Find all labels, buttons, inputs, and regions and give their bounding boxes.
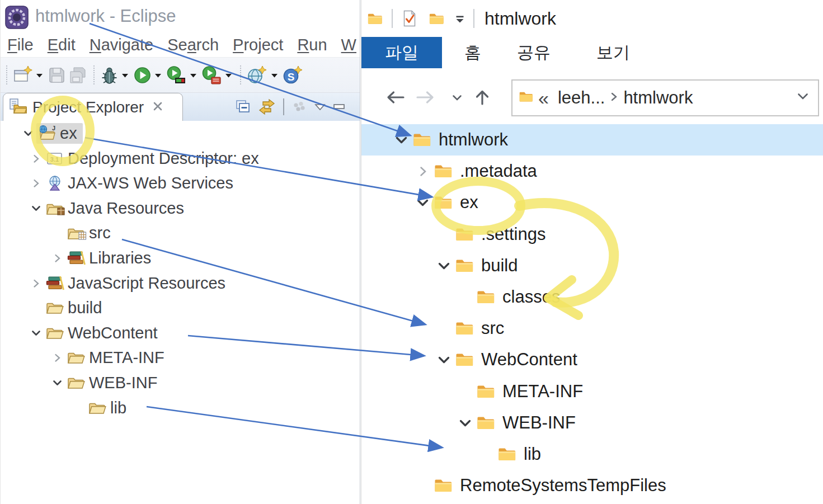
ribbon-tab-view[interactable]: 보기 (590, 37, 637, 68)
ribbon-tab-home[interactable]: 홈 (458, 37, 488, 68)
breadcrumb-parent[interactable]: leeh... (558, 88, 605, 108)
up-button[interactable] (473, 88, 491, 106)
forward-button[interactable] (415, 88, 437, 106)
menu-item-search[interactable]: Search (167, 36, 219, 54)
menu-item-file[interactable]: File (7, 36, 34, 54)
tree-item-label: Deployment Descriptor: ex (68, 149, 259, 168)
run-coverage-button[interactable] (167, 66, 186, 84)
eclipse-tree-item-java-resources[interactable]: Java Resources (27, 196, 190, 220)
check-document-icon[interactable] (401, 10, 418, 27)
project-explorer-icon (9, 98, 27, 117)
debug-button[interactable] (101, 66, 118, 84)
folder-icon (476, 414, 501, 432)
link-with-editor-icon[interactable] (258, 98, 276, 115)
eclipse-tree-item-webcontent[interactable]: WebContent (27, 321, 163, 345)
eclipse-tree-item-lib[interactable]: lib (70, 395, 132, 420)
recent-locations-chevron[interactable] (451, 93, 463, 103)
project-explorer-tab-label: Project Explorer (32, 98, 144, 116)
chevron-down-icon[interactable] (433, 258, 454, 274)
eclipse-tree-item-src[interactable]: src (49, 220, 116, 245)
explorer-tree-item-htmlwork[interactable]: htmlwork (361, 124, 823, 156)
menu-item-w[interactable]: W (341, 36, 356, 54)
dropdown-arrow-icon[interactable] (35, 71, 44, 79)
ribbon-tab-file[interactable]: 파일 (361, 37, 442, 68)
collapse-all-icon[interactable] (234, 99, 251, 115)
chevron-down-icon[interactable] (20, 128, 36, 139)
eclipse-tree-item-javascript-resources[interactable]: JavaScript Resources (27, 271, 231, 295)
eclipse-tree-item-ex[interactable]: Jex (20, 121, 83, 145)
chevron-right-icon[interactable] (49, 352, 65, 363)
eclipse-tree-item-jax-ws-web-services[interactable]: JAX-WS Web Services (27, 171, 239, 195)
folder-icon[interactable] (366, 11, 383, 26)
chevron-right-icon[interactable] (49, 253, 65, 263)
chevron-down-icon[interactable] (412, 195, 433, 210)
chevron-right-icon[interactable] (412, 164, 433, 178)
eclipse-tree-item-web-inf[interactable]: WEB-INF (49, 370, 163, 395)
save-all-button[interactable] (69, 67, 87, 84)
menu-item-run[interactable]: Run (297, 36, 327, 54)
chevron-right-icon[interactable] (609, 91, 619, 105)
profile-button[interactable] (202, 66, 222, 84)
tree-item-label: htmlwork (439, 130, 508, 150)
menu-item-project[interactable]: Project (233, 36, 283, 54)
file-explorer-window: htmlwork 파일홈공유보기 «leeh...htmlwork htmlwo… (361, 0, 823, 504)
dropdown-arrow-icon[interactable] (120, 71, 130, 79)
save-button[interactable] (48, 67, 65, 84)
chevron-right-icon[interactable] (27, 278, 44, 289)
explorer-tree-item-web-inf[interactable]: WEB-INF (361, 407, 823, 439)
view-menu-arrow-icon[interactable] (314, 103, 326, 111)
tree-item-label: build (68, 299, 102, 317)
qat-dropdown-icon[interactable] (455, 14, 465, 23)
chevron-down-icon[interactable] (391, 133, 412, 148)
eclipse-tree-item-meta-inf[interactable]: META-INF (49, 345, 170, 370)
view-menu-dots-icon[interactable] (291, 100, 307, 114)
new-servlet-button[interactable]: S (283, 65, 303, 84)
eclipse-tree-item-deployment-descriptor-ex[interactable]: 3.1Deployment Descriptor: ex (27, 146, 265, 171)
explorer-tree-item-ex[interactable]: ex (361, 187, 823, 218)
chevron-down-icon[interactable] (27, 327, 44, 339)
explorer-tree-item--metadata[interactable]: .metadata (361, 156, 823, 187)
back-button[interactable] (384, 88, 406, 106)
chevron-down-icon[interactable] (433, 352, 454, 368)
explorer-tree-item-remotesystemstempfiles[interactable]: RemoteSystemsTempFiles (361, 470, 823, 501)
minimize-icon[interactable] (333, 102, 346, 111)
menu-item-navigate[interactable]: Navigate (90, 36, 153, 54)
view-toolbar-separator (283, 98, 284, 115)
explorer-tree-item-meta-inf[interactable]: META-INF (361, 376, 823, 407)
chevron-right-icon[interactable] (27, 178, 44, 189)
run-button[interactable] (134, 67, 151, 84)
dropdown-arrow-icon[interactable] (224, 71, 233, 79)
chevron-down-icon[interactable] (454, 416, 476, 431)
navigation-bar: «leeh...htmlwork (361, 72, 823, 124)
explorer-tree-item-classes[interactable]: classes (361, 281, 823, 313)
address-dropdown-icon[interactable] (796, 91, 810, 105)
explorer-tree-item-build[interactable]: build (361, 250, 823, 281)
dropdown-arrow-icon[interactable] (189, 71, 198, 79)
eclipse-tree-item-libraries[interactable]: Libraries (49, 246, 157, 270)
address-bar[interactable]: «leeh...htmlwork (511, 79, 819, 116)
close-icon[interactable] (152, 100, 164, 115)
folder-icon (454, 257, 480, 275)
explorer-tree-item-src[interactable]: src (361, 313, 823, 344)
breadcrumb-current[interactable]: htmlwork (623, 88, 693, 108)
eclipse-tree-item-build[interactable]: build (27, 295, 107, 320)
tree-item-label: Java Resources (68, 199, 184, 218)
breadcrumb-overflow[interactable]: « (538, 87, 549, 109)
menu-item-edit[interactable]: Edit (48, 36, 76, 54)
folder-icon[interactable] (428, 11, 445, 26)
chevron-right-icon[interactable] (27, 153, 44, 164)
ribbon-tab-share[interactable]: 공유 (510, 37, 557, 68)
chevron-down-icon[interactable] (49, 377, 65, 389)
tree-item-label: lib (110, 399, 126, 417)
explorer-tree-item--settings[interactable]: .settings (361, 219, 823, 250)
chevron-down-icon[interactable] (27, 202, 44, 214)
dropdown-arrow-icon[interactable] (270, 71, 279, 79)
new-wizard-button[interactable] (13, 65, 32, 84)
explorer-tree-item-webcontent[interactable]: WebContent (361, 344, 823, 375)
tree-item-label: classes (502, 287, 560, 307)
dropdown-arrow-icon[interactable] (153, 71, 163, 79)
tree-item-label: WEB-INF (89, 374, 157, 392)
explorer-tree-item-lib[interactable]: lib (361, 439, 823, 470)
new-web-wizard-button[interactable] (247, 65, 267, 84)
tab-project-explorer[interactable]: Project Explorer (3, 93, 183, 121)
